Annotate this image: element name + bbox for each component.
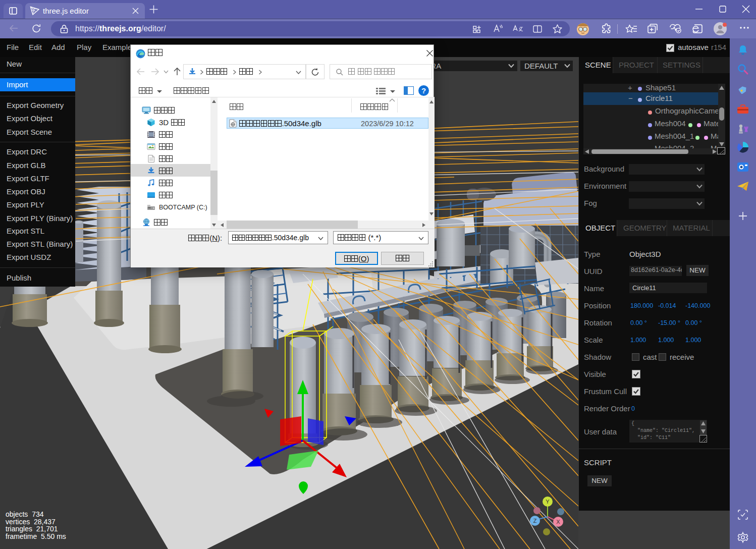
svg-text:Y: Y	[546, 499, 550, 505]
svg-text:Z: Z	[533, 518, 537, 524]
svg-text:X: X	[556, 519, 560, 525]
